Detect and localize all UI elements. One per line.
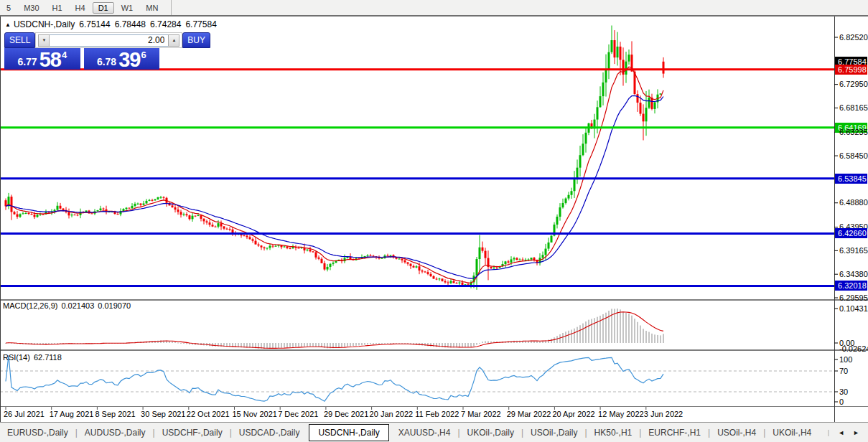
chart-tabs: EURUSD-,Daily|AUDUSD-,Daily|USDCHF-,Dail… <box>0 422 868 442</box>
timeframe-button-m30[interactable]: M30 <box>18 2 45 14</box>
chart-tab-usdcnh-daily[interactable]: USDCNH-,Daily <box>309 424 388 441</box>
level-price-label: 6.32018 <box>835 281 867 291</box>
tab-scroll-controls: |◄► <box>828 429 868 436</box>
chart-tab-eurchf-h1[interactable]: EURCHF-,H1 <box>641 428 708 438</box>
tab-divider: | <box>828 429 829 436</box>
price-axis-tick: 6.29595 <box>839 293 868 303</box>
chart-tab-usoil-daily[interactable]: USOil-,Daily <box>523 428 584 438</box>
date-axis-label: 11 Feb 2022 <box>415 410 459 418</box>
macd-axis-tick: -0.026249 <box>839 344 868 354</box>
toolbar-separator <box>171 0 172 15</box>
ohlc-close: 6.77584 <box>185 19 216 29</box>
chart-tab-usdchf-daily[interactable]: USDCHF-,Daily <box>155 428 230 438</box>
price-axis-tick: 6.48880 <box>839 198 868 207</box>
ohlc-high: 6.78448 <box>115 19 146 29</box>
price-axis-tick: 6.82520 <box>839 33 868 42</box>
rsi-indicator-label: RSI(14)62.7118 <box>3 353 62 362</box>
chart-tab-usdcad-daily[interactable]: USDCAD-,Daily <box>232 428 307 438</box>
chart-tab-hk50-h1[interactable]: HK50-,H1 <box>587 428 640 438</box>
timeframe-button-h1[interactable]: H1 <box>47 2 68 14</box>
price-axis-tick: 6.63235 <box>839 128 868 137</box>
date-axis-label: 8 Sep 2021 <box>95 410 135 418</box>
volume-input[interactable] <box>50 34 168 47</box>
volume-control: ▼ ▲ <box>35 32 182 48</box>
date-axis-label: 20 Apr 2022 <box>552 410 594 418</box>
level-price-label: 6.75998 <box>835 65 867 75</box>
mt4-chart-window: 5M30H1H4D1W1MN ▲USDCNH-,Daily6.751446.78… <box>0 0 868 442</box>
sell-button[interactable]: SELL <box>4 32 35 48</box>
price-axis-tick: 6.72950 <box>839 80 868 89</box>
chart-symbol-label: USDCNH-,Daily <box>14 19 75 29</box>
tabs-scroll-left-icon[interactable]: ◄ <box>838 429 844 436</box>
date-axis-label: 26 Jul 2021 <box>4 410 45 418</box>
date-axis-label: 17 Aug 2021 <box>50 410 94 418</box>
chart-tab-audusd-daily[interactable]: AUDUSD-,Daily <box>78 428 153 438</box>
price-axis-tick: 6.39165 <box>839 246 868 255</box>
macd-value-main: 0.021403 <box>61 301 94 310</box>
date-axis-label: 22 Oct 2021 <box>187 410 230 418</box>
timeframe-toolbar: 5M30H1H4D1W1MN <box>0 0 868 17</box>
date-axis-label: 15 Nov 2021 <box>233 410 277 418</box>
chart-collapse-icon[interactable]: ▲ <box>5 22 11 28</box>
buy-price-big: 39 <box>118 50 140 69</box>
sell-price-big: 58 <box>39 50 61 69</box>
buy-price-prefix: 6.78 <box>97 56 116 67</box>
tabs-scroll-right-icon[interactable]: ► <box>853 429 859 436</box>
date-axis-label: 29 Mar 2022 <box>507 410 551 418</box>
chart-tab-eurusd-daily[interactable]: EURUSD-,Daily <box>0 428 75 438</box>
one-click-trade-panel: SELL ▼ ▲ BUY 6.77 58 4 6.78 39 6 <box>4 32 159 70</box>
rsi-axis-tick: 100 <box>839 355 852 365</box>
macd-name: MACD(12,26,9) <box>3 301 57 310</box>
volume-increase-button[interactable]: ▲ <box>168 34 179 47</box>
date-axis-label: 12 May 2022 <box>598 410 644 418</box>
timeframe-button-mn[interactable]: MN <box>140 2 164 14</box>
price-axis-tick: 6.68165 <box>839 103 868 113</box>
price-axis-tick: 6.34380 <box>839 270 868 279</box>
date-axis-label: 7 Mar 2022 <box>461 410 501 418</box>
macd-value-signal: 0.019070 <box>98 301 131 310</box>
level-price-label: 6.53845 <box>835 174 867 184</box>
ohlc-low: 6.74284 <box>150 19 181 29</box>
buy-price-pip: 6 <box>141 50 146 60</box>
chart-tab-ukoil-daily[interactable]: UKOil-,Daily <box>460 428 521 438</box>
rsi-axis-tick: 70 <box>839 367 848 376</box>
price-axis-tick: 6.58450 <box>839 151 868 161</box>
level-price-label: 6.42660 <box>835 228 867 238</box>
timeframe-button-h4[interactable]: H4 <box>70 2 91 14</box>
date-axis-label: 30 Sep 2021 <box>141 410 185 418</box>
sell-price-prefix: 6.77 <box>17 56 37 67</box>
rsi-name: RSI(14) <box>3 353 30 362</box>
macd-axis-tick: 0.104313 <box>839 304 868 314</box>
rsi-axis-tick: 30 <box>839 387 848 397</box>
timeframe-button-w1[interactable]: W1 <box>116 2 139 14</box>
ohlc-open: 6.75144 <box>79 19 110 29</box>
rsi-axis-tick: 0 <box>839 398 844 407</box>
date-axis-label: 20 Jan 2022 <box>370 410 414 418</box>
chart-tab-ukoil-h4[interactable]: UKOil-,H4 <box>765 428 818 438</box>
timeframe-button-d1[interactable]: D1 <box>93 2 114 14</box>
timeframe-button-5[interactable]: 5 <box>1 2 17 14</box>
date-axis-label: 3 Jun 2022 <box>644 410 683 418</box>
rsi-value: 62.7118 <box>34 353 62 362</box>
chart-tab-usoil-h4[interactable]: USOil-,H4 <box>710 428 763 438</box>
sell-price-display[interactable]: 6.77 58 4 <box>4 48 80 70</box>
macd-indicator-label: MACD(12,26,9)0.0214030.019070 <box>3 301 131 310</box>
date-axis-label: 29 Dec 2021 <box>324 410 368 418</box>
chart-tab-xauusd-h4[interactable]: XAUUSD-,H4 <box>391 428 458 438</box>
buy-price-display[interactable]: 6.78 39 6 <box>84 48 160 70</box>
volume-decrease-button[interactable]: ▼ <box>38 34 50 47</box>
buy-button[interactable]: BUY <box>182 32 210 48</box>
date-axis-label: 7 Dec 2021 <box>278 410 318 418</box>
sell-price-pip: 4 <box>62 50 67 60</box>
chart-title: ▲USDCNH-,Daily6.751446.784486.742846.775… <box>5 19 217 29</box>
